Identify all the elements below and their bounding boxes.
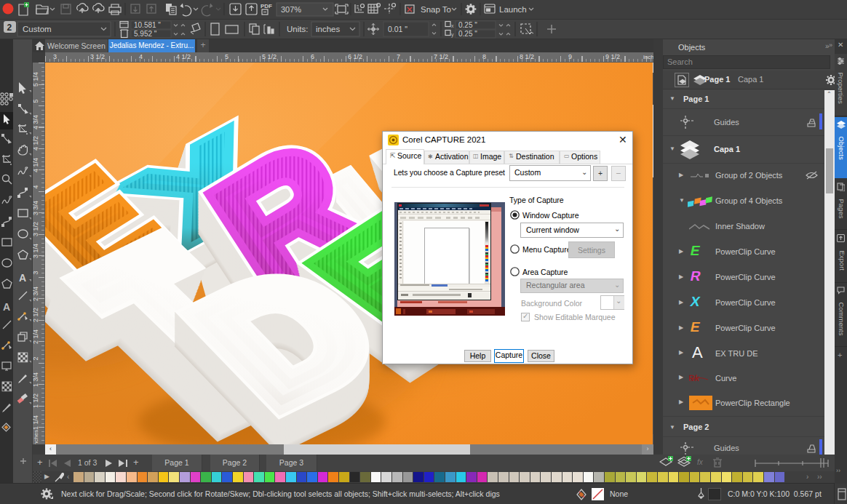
svg-text:A: A <box>19 272 26 284</box>
svg-text:y: y <box>451 32 454 38</box>
svg-text:inches: inches <box>316 25 340 33</box>
svg-text:0.25 ": 0.25 " <box>458 30 477 38</box>
svg-text:x: x <box>451 23 454 28</box>
svg-text:0.25 ": 0.25 " <box>458 21 477 29</box>
svg-text:2: 2 <box>7 23 12 33</box>
svg-text:307%: 307% <box>281 5 301 14</box>
svg-text:Snap To: Snap To <box>421 5 451 14</box>
svg-text:A: A <box>3 301 10 313</box>
svg-text:Units:: Units: <box>287 25 308 33</box>
svg-text:Launch: Launch <box>499 5 527 14</box>
svg-text:Custom: Custom <box>23 25 52 33</box>
svg-text:5.952 ": 5.952 " <box>134 30 157 38</box>
svg-text:PDF: PDF <box>261 3 272 9</box>
svg-text:10.581 ": 10.581 " <box>134 21 161 29</box>
svg-text:0.01 ": 0.01 " <box>388 25 407 33</box>
